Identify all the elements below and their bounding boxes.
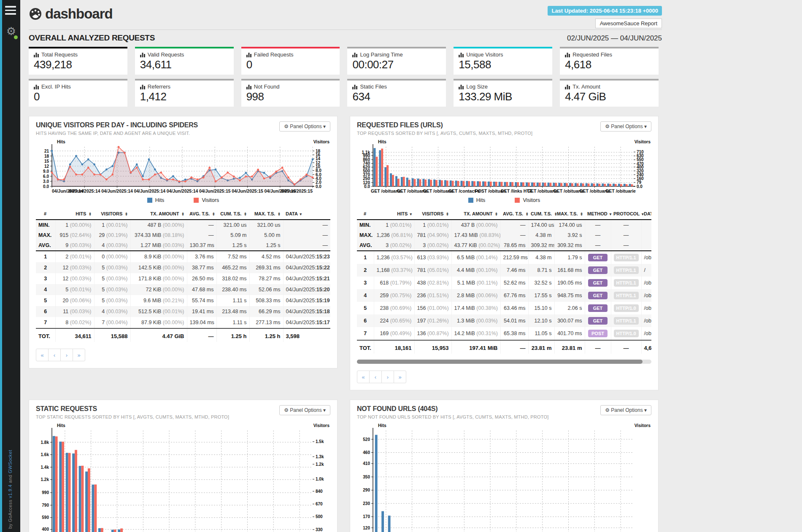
column-header--[interactable]: # bbox=[36, 208, 55, 220]
menu-toggle-icon[interactable] bbox=[2, 0, 20, 15]
panel-options-button[interactable]: ⚙ Panel Options ▾ bbox=[600, 405, 651, 415]
gwsocket-link[interactable]: GWSocket bbox=[8, 450, 13, 473]
pager-button[interactable]: « bbox=[357, 371, 370, 383]
table-row: 11,236 (03.57%)613 (03.93%)6.5 MiB (00.1… bbox=[357, 251, 651, 264]
column-header-tx-amount[interactable]: TX. AMOUNT ⇕ bbox=[451, 208, 500, 220]
svg-text:04/Jun/2025:14: 04/Jun/2025:14 bbox=[167, 188, 198, 193]
table-row: 520 (00.06%)5 (00.03%)9.6 MiB (00.21%)55… bbox=[36, 295, 330, 306]
metric-value: 1,412 bbox=[140, 90, 229, 103]
table-row: 312 (00.03%)5 (00.03%)171.8 KiB (00.00%)… bbox=[36, 273, 330, 284]
bar-chart-icon bbox=[34, 52, 39, 57]
table-row: 12 (00.01%)0 (00.00%)8.9 KiB (00.00%)3.7… bbox=[36, 251, 330, 262]
panel-options-button[interactable]: ⚙ Panel Options ▾ bbox=[600, 121, 651, 132]
table-row: 611 (00.03%)4 (00.03%)512.5 KiB (00.01%)… bbox=[36, 306, 330, 317]
metric-value: 15,588 bbox=[459, 58, 547, 71]
panel-title: REQUESTED FILES (URLS) bbox=[357, 121, 532, 129]
svg-text:1.0k: 1.0k bbox=[316, 477, 324, 481]
sidebar-footer: by GoAccess v1.9.4 and GWSocket bbox=[8, 450, 13, 529]
app-brand: dashboard bbox=[29, 6, 113, 22]
svg-text:350: 350 bbox=[363, 475, 370, 479]
bar-chart-icon bbox=[352, 84, 357, 89]
column-header-protocol[interactable]: PROTOCOL ▾ bbox=[611, 208, 641, 220]
column-header-avg-t-s-[interactable]: AVG. T.S. ⇕ bbox=[500, 208, 528, 220]
metric-value: 439,218 bbox=[34, 58, 122, 71]
horizontal-scrollbar[interactable] bbox=[357, 360, 651, 364]
method-badge: GET bbox=[588, 292, 608, 299]
app-title: dashboard bbox=[45, 6, 113, 22]
svg-text:840: 840 bbox=[316, 489, 323, 494]
metric-card: Total Requests439,218 bbox=[29, 47, 127, 75]
svg-text:Visitors: Visitors bbox=[313, 140, 329, 144]
metric-card: Requested Files4,618 bbox=[560, 47, 659, 75]
column-header-max-t-s-[interactable]: MAX. T.S. ⇕ bbox=[249, 208, 283, 220]
pager-button[interactable]: › bbox=[60, 349, 73, 361]
column-header--[interactable]: # bbox=[357, 208, 374, 220]
static-requests-bar-chart: 1.8k1.6k1.4k1.2k9907905904002000.01.5k1.… bbox=[36, 424, 330, 532]
panel-options-button[interactable]: ⚙ Panel Options ▾ bbox=[279, 121, 330, 132]
scrollbar-thumb[interactable] bbox=[357, 360, 643, 364]
bar-chart-icon bbox=[565, 84, 570, 89]
metric-label: Excl. IP Hits bbox=[34, 83, 122, 90]
method-badge: GET bbox=[588, 254, 608, 261]
bar-chart-icon bbox=[140, 84, 145, 89]
table-row: 3618 (01.79%)438 (02.81%)5.1 MiB (00.11%… bbox=[357, 277, 651, 289]
websocket-status-dot bbox=[14, 35, 18, 39]
bar-chart-icon bbox=[246, 84, 251, 89]
table-row: 6224 (00.65%)197 (01.26%)1.3 MiB (00.03%… bbox=[357, 314, 651, 327]
svg-text:04/Jun/2025:14: 04/Jun/2025:14 bbox=[101, 188, 133, 193]
pager-button[interactable]: « bbox=[36, 349, 49, 361]
section-title: OVERALL ANALYZED REQUESTS bbox=[29, 33, 155, 43]
svg-text:330: 330 bbox=[316, 527, 323, 532]
metric-label: Referrers bbox=[140, 83, 229, 90]
column-header-max-t-s-[interactable]: MAX. T.S. ⇕ bbox=[554, 208, 585, 220]
column-header-avg-t-s-[interactable]: AVG. T.S. ⇕ bbox=[187, 208, 216, 220]
bar-chart-icon bbox=[459, 52, 464, 57]
goaccess-version-link[interactable]: v1.9.4 bbox=[8, 484, 13, 498]
column-header-visitors[interactable]: VISITORS ⇕ bbox=[94, 208, 130, 220]
bar-chart-icon bbox=[140, 52, 145, 57]
pager-button[interactable]: › bbox=[381, 371, 394, 383]
svg-text:1.8k: 1.8k bbox=[41, 440, 49, 445]
metric-label: Not Found bbox=[246, 83, 335, 90]
metric-card: Not Found998 bbox=[241, 79, 340, 107]
requested-files-bar-chart: 1.1k9908607406205003702501200.0710630550… bbox=[357, 140, 651, 196]
table-row: 45 (00.01%)5 (00.03%)72 KiB (00.00%)47.6… bbox=[36, 284, 330, 295]
visitors-area-chart: 211815129.06.03.00.018161412108.06.04.02… bbox=[36, 140, 330, 196]
svg-text:500: 500 bbox=[316, 514, 323, 519]
summary-row: AVG.9 (00.03%)4 (00.03%)1.27 MiB (00.03%… bbox=[36, 240, 330, 251]
column-header-visitors[interactable]: VISITORS ⇕ bbox=[414, 208, 451, 220]
svg-text:120: 120 bbox=[363, 526, 370, 530]
pager-button[interactable]: » bbox=[394, 371, 406, 383]
svg-text:Visitors: Visitors bbox=[635, 140, 651, 144]
method-badge: GET bbox=[588, 266, 608, 274]
pager-button[interactable]: ‹ bbox=[48, 349, 61, 361]
svg-text:1.5k: 1.5k bbox=[316, 439, 324, 444]
summary-row: MIN.1 (00.01%)1 (00.01%)437 B (00.00%)—1… bbox=[357, 220, 651, 230]
legend-item: Visitors bbox=[194, 197, 219, 203]
svg-text:6.0: 6.0 bbox=[43, 174, 49, 179]
column-header-hits[interactable]: HITS ⇕ bbox=[55, 208, 94, 220]
metric-card: Excl. IP Hits0 bbox=[29, 79, 127, 107]
total-row: TOT.34,61115,5884.47 GiB—1.25 h1.25 h3,5… bbox=[36, 328, 330, 342]
pager-button[interactable]: » bbox=[73, 349, 85, 361]
column-header-data[interactable]: DATA ▾ bbox=[283, 208, 330, 220]
settings-gear-icon[interactable]: ⚙ bbox=[2, 26, 20, 37]
svg-text:Visitors: Visitors bbox=[313, 424, 329, 428]
svg-text:520: 520 bbox=[363, 437, 370, 442]
panel-options-button[interactable]: ⚙ Panel Options ▾ bbox=[279, 405, 330, 415]
summary-row: MAX.915 (02.64%)29 (00.19%)374.33 MiB (0… bbox=[36, 230, 330, 240]
column-header-cum-t-s-[interactable]: CUM. T.S. ⇕ bbox=[216, 208, 249, 220]
panel-subtitle: TOP STATIC REQUESTS SORTED BY HITS [, AV… bbox=[36, 414, 229, 419]
pager-button[interactable]: ‹ bbox=[369, 371, 382, 383]
column-header-cum-t-s-[interactable]: CUM. T.S. ⇕ bbox=[528, 208, 554, 220]
column-header-method[interactable]: METHOD ▾ bbox=[585, 208, 611, 220]
summary-row: MIN.1 (00.00%)1 (00.01%)487 B (00.00%)—3… bbox=[36, 220, 330, 230]
legend-swatch bbox=[468, 198, 473, 203]
summary-row: MAX.1,236 (06.81%)781 (04.90%)17.43 MiB … bbox=[357, 230, 651, 240]
svg-text:0.0: 0.0 bbox=[316, 184, 321, 189]
svg-text:9.0: 9.0 bbox=[43, 169, 49, 174]
metric-value: 0 bbox=[246, 58, 335, 71]
column-header-hits[interactable]: HITS ▾ bbox=[374, 208, 414, 220]
column-header-tx-amount[interactable]: TX. AMOUNT ⇕ bbox=[130, 208, 187, 220]
pagination: «‹›» bbox=[36, 349, 330, 361]
